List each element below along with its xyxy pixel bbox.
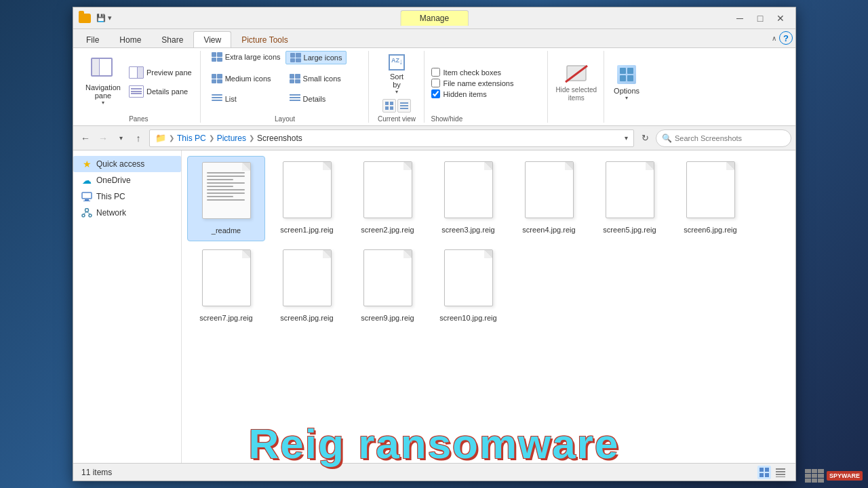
current-view-content: Sort by ▾	[382, 51, 411, 113]
show-hide-checkboxes: Item check boxes File name extensions Hi…	[431, 51, 514, 113]
file-item-screen1[interactable]: screen1.jpg.reig	[268, 156, 346, 241]
tab-picture-tools[interactable]: Picture Tools	[231, 31, 298, 47]
file-item-screen5[interactable]: screen5.jpg.reig	[591, 156, 669, 241]
refresh-button[interactable]: ↻	[637, 130, 653, 146]
navigation-pane-button[interactable]: Navigation pane ▾	[83, 56, 123, 107]
network-icon	[81, 207, 92, 218]
sidebar-item-network[interactable]: Network	[73, 205, 181, 221]
breadcrumb-this-pc[interactable]: This PC	[177, 134, 206, 143]
svg-rect-18	[765, 468, 769, 472]
sidebar-item-quick-access[interactable]: ★ Quick access	[73, 156, 181, 172]
hidden-items-checkbox[interactable]	[431, 89, 440, 98]
group-by-button[interactable]	[382, 99, 396, 113]
breadcrumb-bar[interactable]: 📁 ❯ This PC ❯ Pictures ❯ Screenshots ▾	[149, 129, 634, 147]
ribbon-group-options: Options ▾	[606, 51, 648, 123]
panes-buttons: Navigation pane ▾ Preview pane Details p…	[83, 51, 195, 113]
list-row: List	[208, 93, 285, 105]
ribbon-help-area: ∧ ?	[772, 31, 793, 47]
file-item-screen4[interactable]: screen4.jpg.reig	[510, 156, 588, 241]
svg-rect-2	[385, 106, 389, 110]
tab-file[interactable]: File	[76, 31, 109, 47]
ribbon-tab-bar: File Home Share View Picture Tools ∧ ?	[73, 29, 795, 48]
ribbon-collapse-button[interactable]: ∧	[772, 35, 776, 42]
close-button[interactable]: ✕	[771, 12, 790, 25]
breadcrumb-pictures[interactable]: Pictures	[217, 134, 246, 143]
search-bar[interactable]: 🔍	[656, 129, 791, 147]
file-icon-screen7	[199, 249, 254, 310]
svg-point-12	[85, 209, 89, 212]
large-icons-button[interactable]: Large icons	[285, 51, 347, 64]
minimize-button[interactable]: ─	[730, 12, 749, 25]
file-name-extensions-toggle[interactable]: File name extensions	[431, 79, 514, 87]
list-icon	[212, 94, 222, 104]
back-button[interactable]: ←	[77, 130, 94, 146]
sort-by-button[interactable]: Sort by ▾	[384, 51, 410, 96]
ribbon-group-hide-selected: Hide selected items	[549, 51, 605, 123]
sidebar-item-onedrive[interactable]: ☁ OneDrive	[73, 172, 181, 188]
file-item-screen6[interactable]: screen6.jpg.reig	[671, 156, 749, 241]
svg-rect-9	[82, 192, 92, 199]
recent-locations-button[interactable]: ▾	[113, 130, 129, 146]
list-button[interactable]: List	[208, 93, 241, 105]
preview-pane-button[interactable]: Preview pane	[126, 65, 195, 80]
manage-tab-header[interactable]: Manage	[400, 10, 469, 26]
file-name-readme: _readme	[212, 226, 241, 235]
file-item-readme[interactable]: _readme	[187, 156, 265, 241]
file-name-screen8: screen8.jpg.reig	[280, 313, 333, 323]
breadcrumb-sep-1: ❯	[169, 134, 174, 142]
hidden-items-toggle[interactable]: Hidden items	[431, 89, 514, 98]
large-icons-toggle-button[interactable]	[757, 466, 771, 479]
help-button[interactable]: ?	[779, 31, 793, 45]
readme-line-4	[207, 182, 245, 184]
file-item-screen10[interactable]: screen10.jpg.reig	[429, 244, 507, 328]
file-icon-screen5	[603, 161, 657, 222]
file-icon-screen8	[280, 249, 334, 310]
details-toggle-button[interactable]	[774, 466, 787, 479]
breadcrumb-dropdown-icon[interactable]: ▾	[625, 134, 628, 142]
svg-rect-4	[400, 102, 408, 104]
file-item-screen2[interactable]: screen2.jpg.reig	[349, 156, 427, 241]
file-icon-screen4	[522, 161, 576, 222]
tab-view[interactable]: View	[193, 31, 231, 47]
options-icon-graphic	[617, 65, 636, 84]
details-pane-button[interactable]: Details pane	[126, 84, 195, 99]
explorer-window: 💾 ▾ Manage ─ □ ✕ File Home Share	[73, 7, 796, 481]
medium-icons-button[interactable]: Medium icons	[208, 73, 275, 85]
small-icons-button[interactable]: Small icons	[285, 73, 345, 85]
breadcrumb-folder-icon: 📁	[155, 133, 166, 143]
file-item-screen3[interactable]: screen3.jpg.reig	[429, 156, 507, 241]
breadcrumb-screenshots: Screenshots	[257, 134, 302, 143]
item-check-boxes-toggle[interactable]: Item check boxes	[431, 68, 514, 77]
up-button[interactable]: ↑	[130, 130, 146, 146]
details-row: Details	[285, 93, 363, 105]
item-check-boxes-checkbox[interactable]	[431, 68, 440, 77]
forward-button[interactable]: →	[95, 130, 111, 146]
network-svg	[81, 208, 92, 218]
file-page-screen3	[444, 161, 493, 218]
maximize-button[interactable]: □	[751, 12, 770, 25]
file-item-screen7[interactable]: screen7.jpg.reig	[187, 244, 265, 328]
small-icons-row: Small icons	[285, 73, 363, 85]
search-input[interactable]	[675, 134, 785, 142]
svg-rect-22	[776, 471, 785, 472]
ribbon-group-layout: Extra large icons Large icons Medium ico…	[202, 51, 369, 123]
file-name-extensions-checkbox[interactable]	[431, 79, 440, 87]
file-item-screen8[interactable]: screen8.jpg.reig	[268, 244, 346, 328]
items-count: 11 items	[81, 468, 112, 477]
options-button[interactable]: Options ▾	[611, 60, 642, 104]
file-page-screen7	[202, 249, 251, 306]
extra-large-icons-button[interactable]: Extra large icons	[208, 51, 285, 63]
view-group-extra-buttons	[382, 99, 411, 113]
sidebar-item-this-pc[interactable]: This PC	[73, 188, 181, 205]
file-page-screen8	[283, 249, 332, 306]
file-item-screen9[interactable]: screen9.jpg.reig	[349, 244, 427, 328]
tab-home[interactable]: Home	[109, 31, 151, 47]
sidebar: ★ Quick access ☁ OneDrive This PC	[73, 150, 182, 463]
add-columns-button[interactable]	[397, 99, 411, 113]
tab-share[interactable]: Share	[151, 31, 193, 47]
file-page-screen5	[606, 161, 654, 218]
hide-selected-button[interactable]: Hide selected items	[553, 59, 600, 105]
add-columns-icon	[400, 102, 408, 110]
ribbon-group-show-hide: Item check boxes File name extensions Hi…	[426, 51, 548, 123]
details-button[interactable]: Details	[285, 93, 330, 105]
